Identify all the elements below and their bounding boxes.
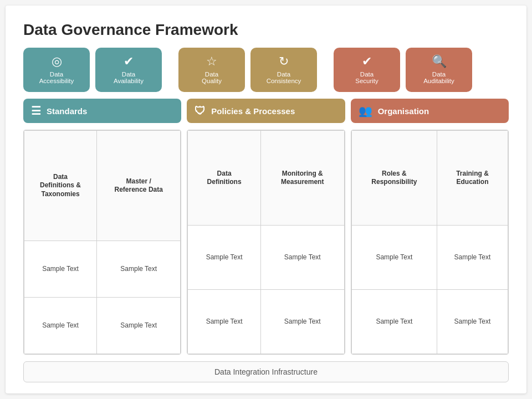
org-header-1: Roles &Responsibility <box>351 131 437 226</box>
bottom-banner: Data Integration Infrastructure <box>23 361 509 382</box>
categories-row: ☰ Standards 🛡 Policies & Processes 👥 Org… <box>23 99 509 123</box>
category-policies: 🛡 Policies & Processes <box>187 99 345 123</box>
standards-icon: ☰ <box>31 104 41 117</box>
icon-data-accessibility: ◎ DataAccessibility <box>23 48 90 92</box>
org-row1-col2: Sample Text <box>437 226 508 290</box>
standards-row2-col1: Sample Text <box>24 298 97 354</box>
org-row2-col1: Sample Text <box>351 290 437 354</box>
policies-row2-col1: Sample Text <box>188 290 261 354</box>
org-header-2: Training &Education <box>437 131 508 226</box>
icon-data-quality: ☆ DataQuality <box>178 48 245 92</box>
standards-header-2: Master /Reference Data <box>97 131 181 241</box>
grid-policies: DataDefinitions Monitoring &Measurement … <box>187 130 345 355</box>
standards-row1-col2: Sample Text <box>97 241 181 298</box>
grid-organisation: Roles &Responsibility Training &Educatio… <box>351 130 509 355</box>
org-row2-col2: Sample Text <box>437 290 508 354</box>
availability-icon: ✔ <box>124 55 134 68</box>
organisation-table: Roles &Responsibility Training &Educatio… <box>351 130 508 354</box>
auditability-icon: 🔍 <box>432 55 447 68</box>
icon-data-security: ✔ DataSecurity <box>334 48 400 92</box>
policies-table: DataDefinitions Monitoring &Measurement … <box>187 130 344 354</box>
standards-row1-col1: Sample Text <box>24 241 97 298</box>
grids-row: DataDefinitions &Taxonomies Master /Refe… <box>23 130 509 355</box>
quality-icon: ☆ <box>206 55 217 68</box>
icon-data-auditability: 🔍 DataAuditability <box>406 48 472 92</box>
policies-row1-col1: Sample Text <box>188 226 261 290</box>
slide: Data Governance Framework ◎ DataAccessib… <box>6 6 526 393</box>
policies-row2-col2: Sample Text <box>260 290 344 354</box>
security-icon: ✔ <box>362 55 372 68</box>
category-standards: ☰ Standards <box>23 99 181 123</box>
icon-data-availability: ✔ DataAvailability <box>95 48 162 92</box>
organisation-icon: 👥 <box>359 104 372 117</box>
icons-row: ◎ DataAccessibility ✔ DataAvailability ☆… <box>23 48 509 92</box>
standards-table: DataDefinitions &Taxonomies Master /Refe… <box>24 130 181 354</box>
standards-row2-col2: Sample Text <box>97 298 181 354</box>
policies-icon: 🛡 <box>195 105 206 117</box>
icon-data-consistency: ↻ DataConsistency <box>250 48 317 92</box>
page-title: Data Governance Framework <box>23 21 509 39</box>
standards-header-1: DataDefinitions &Taxonomies <box>24 131 97 241</box>
accessibility-icon: ◎ <box>52 55 62 68</box>
grid-standards: DataDefinitions &Taxonomies Master /Refe… <box>23 130 181 355</box>
org-row1-col1: Sample Text <box>351 226 437 290</box>
category-organisation: 👥 Organisation <box>351 99 509 123</box>
consistency-icon: ↻ <box>279 55 289 68</box>
policies-header-2: Monitoring &Measurement <box>260 131 344 226</box>
policies-header-1: DataDefinitions <box>188 131 261 226</box>
policies-row1-col2: Sample Text <box>260 226 344 290</box>
